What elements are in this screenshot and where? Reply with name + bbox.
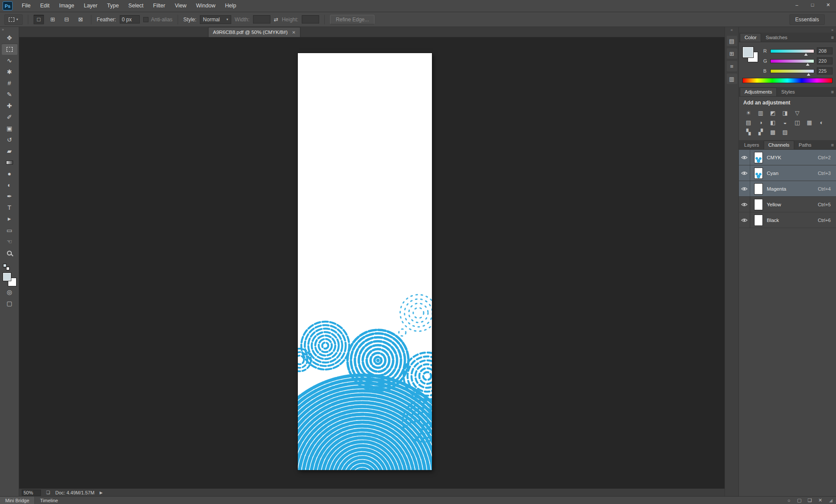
tab-mini-bridge[interactable]: Mini Bridge <box>0 497 35 504</box>
exposure-icon[interactable]: ◨ <box>780 108 790 117</box>
swap-width-height-icon[interactable]: ⇄ <box>274 17 278 23</box>
tab-layers[interactable]: Layers <box>740 141 764 149</box>
pen-tool[interactable]: ✒ <box>2 191 17 202</box>
photo-filter-icon[interactable]: ◒ <box>780 118 790 127</box>
green-value-field[interactable] <box>817 57 833 64</box>
quick-mask-button[interactable]: ◎ <box>2 286 17 298</box>
panel-menu-icon[interactable]: ≡ <box>831 142 834 148</box>
style-dropdown[interactable]: Normal ▾ <box>200 15 231 24</box>
menu-file[interactable]: File <box>17 0 35 12</box>
levels-icon[interactable]: ▥ <box>755 108 766 117</box>
brightness-contrast-icon[interactable]: ☀ <box>743 108 754 117</box>
gradient-map-icon[interactable]: ▩ <box>768 128 778 136</box>
hue-saturation-icon[interactable]: ▤ <box>743 118 754 127</box>
feather-input[interactable] <box>120 15 140 24</box>
eraser-tool[interactable]: ▰ <box>2 145 17 157</box>
menu-view[interactable]: View <box>170 0 191 12</box>
black-white-icon[interactable]: ◧ <box>768 118 778 127</box>
channel-thumbnail[interactable] <box>754 183 763 195</box>
quick-selection-tool[interactable]: ✱ <box>2 66 17 77</box>
channel-row-black[interactable]: Black Ctrl+6 <box>739 212 836 228</box>
anti-alias-checkbox[interactable] <box>143 17 148 22</box>
add-to-selection-button[interactable]: ⊞ <box>47 15 58 24</box>
dock-panel-icon-1[interactable]: ▤ <box>727 36 737 46</box>
history-brush-tool[interactable]: ↺ <box>2 134 17 145</box>
document-tab[interactable]: A9R6CB8.pdf @ 50% (CMYK/8#) ✕ <box>208 27 300 37</box>
slider-thumb[interactable] <box>804 53 808 56</box>
tool-preset-picker[interactable]: ▾ <box>4 14 23 25</box>
menu-layer[interactable]: Layer <box>79 0 102 12</box>
tab-styles[interactable]: Styles <box>777 88 799 96</box>
channel-thumbnail[interactable] <box>754 152 763 163</box>
tab-paths[interactable]: Paths <box>794 141 816 149</box>
visibility-toggle[interactable] <box>739 181 750 196</box>
vibrance-icon[interactable]: ▽ <box>792 108 802 117</box>
tab-channels[interactable]: Channels <box>764 141 795 149</box>
path-selection-tool[interactable]: ► <box>2 213 17 225</box>
green-slider[interactable] <box>770 59 814 63</box>
spot-healing-brush-tool[interactable]: ✚ <box>2 100 17 111</box>
subtract-from-selection-button[interactable]: ⊟ <box>61 15 72 24</box>
curves-icon[interactable]: ◩ <box>768 108 778 117</box>
type-tool[interactable]: T <box>2 202 17 213</box>
zoom-tool[interactable] <box>2 247 17 259</box>
collapse-toolbar-icon[interactable]: » <box>0 27 19 32</box>
save-selection-as-channel-icon[interactable]: ▢ <box>796 497 802 503</box>
slider-thumb[interactable] <box>806 63 809 66</box>
dodge-tool[interactable]: ◐ <box>2 179 17 191</box>
visibility-toggle[interactable] <box>739 212 750 228</box>
restore-button[interactable]: □ <box>805 0 820 10</box>
status-flyout-icon[interactable]: ▶ <box>100 491 103 495</box>
tab-color[interactable]: Color <box>740 33 761 42</box>
new-selection-button[interactable]: □ <box>34 15 44 24</box>
tab-adjustments[interactable]: Adjustments <box>740 87 777 96</box>
blur-tool[interactable]: ● <box>2 168 17 179</box>
slider-thumb[interactable] <box>807 73 810 76</box>
workspace-switcher[interactable]: Essentials <box>789 14 825 25</box>
rectangular-marquee-tool[interactable] <box>2 44 17 55</box>
menu-image[interactable]: Image <box>54 0 79 12</box>
menu-type[interactable]: Type <box>102 0 124 12</box>
channel-row-cyan[interactable]: Cyan Ctrl+3 <box>739 165 836 181</box>
menu-edit[interactable]: Edit <box>35 0 54 12</box>
canvas-area[interactable] <box>19 37 725 488</box>
threshold-icon[interactable]: ▞ <box>755 128 766 136</box>
resize-grip-icon[interactable]: ◢ <box>827 498 833 503</box>
foreground-color-well[interactable] <box>742 47 754 58</box>
zoom-level-field[interactable] <box>22 490 41 496</box>
color-spectrum-bar[interactable] <box>742 78 833 83</box>
tab-timeline[interactable]: Timeline <box>35 497 63 504</box>
menu-filter[interactable]: Filter <box>148 0 170 12</box>
blue-value-field[interactable] <box>817 67 833 74</box>
panel-menu-icon[interactable]: ≡ <box>831 35 834 40</box>
crop-tool[interactable]: # <box>2 77 17 89</box>
delete-channel-icon[interactable]: ✕ <box>817 497 823 503</box>
new-channel-icon[interactable]: ❏ <box>806 497 813 503</box>
menu-window[interactable]: Window <box>191 0 220 12</box>
panel-menu-icon[interactable]: ≡ <box>831 89 834 94</box>
menu-select[interactable]: Select <box>124 0 148 12</box>
visibility-toggle[interactable] <box>739 150 750 165</box>
tab-swatches[interactable]: Swatches <box>761 34 792 42</box>
expand-panels-icon[interactable]: « <box>731 28 733 34</box>
channel-thumbnail[interactable] <box>754 168 763 179</box>
channel-row-yellow[interactable]: Yellow Ctrl+5 <box>739 197 836 212</box>
hand-tool[interactable]: ☜ <box>2 236 17 247</box>
dock-panel-icon-3[interactable]: ≡ <box>727 61 737 71</box>
channel-thumbnail[interactable] <box>754 215 763 226</box>
rectangle-tool[interactable]: ▭ <box>2 225 17 236</box>
screen-mode-button[interactable]: ▢ <box>2 298 17 309</box>
clone-stamp-tool[interactable]: ▣ <box>2 123 17 134</box>
channel-row-magenta[interactable]: Magenta Ctrl+4 <box>739 181 836 197</box>
menu-help[interactable]: Help <box>220 0 241 12</box>
selective-color-icon[interactable]: ▨ <box>780 128 790 136</box>
eyedropper-tool[interactable]: ✎ <box>2 89 17 100</box>
width-input[interactable] <box>253 15 270 24</box>
red-value-field[interactable] <box>817 47 833 54</box>
lasso-tool[interactable]: ∿ <box>2 55 17 66</box>
invert-icon[interactable]: ◐ <box>816 118 827 127</box>
document-canvas[interactable] <box>298 53 432 470</box>
default-colors-icon[interactable] <box>3 264 10 270</box>
color-balance-icon[interactable]: ◑ <box>755 118 766 127</box>
blue-slider[interactable] <box>770 69 814 73</box>
